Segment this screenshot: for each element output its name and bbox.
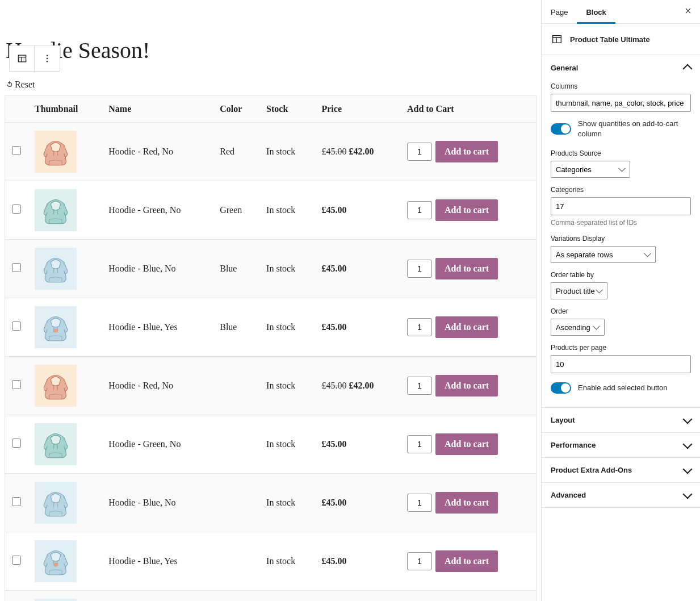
block-toolbar	[9, 45, 60, 72]
product-thumbnail[interactable]	[35, 540, 77, 582]
input-categories[interactable]	[551, 197, 691, 215]
product-name[interactable]: Hoodie - Green, No	[102, 181, 213, 240]
panel-advanced-header[interactable]: Advanced	[542, 483, 700, 507]
row-checkbox[interactable]	[12, 322, 21, 331]
label-enable-add-selected: Enable add selected button	[578, 383, 668, 393]
panel-layout-header[interactable]: Layout	[542, 408, 700, 432]
add-to-cart-button[interactable]: Add to cart	[435, 258, 498, 279]
product-name[interactable]: Hoodie - Red, No	[102, 123, 213, 181]
panel-performance-header[interactable]: Performance	[542, 433, 700, 457]
row-checkbox[interactable]	[12, 556, 21, 565]
toggle-enable-add-selected[interactable]	[551, 382, 571, 394]
product-name[interactable]: Hoodie - Blue, Yes	[102, 532, 213, 591]
close-sidebar-button[interactable]	[676, 6, 700, 18]
product-name[interactable]: Hoodie - Blue, No	[102, 240, 213, 298]
add-to-cart-button[interactable]: Add to cart	[435, 550, 498, 572]
toggle-show-quantities[interactable]	[551, 123, 571, 135]
product-thumbnail[interactable]	[35, 248, 77, 290]
label-categories: Categories	[551, 186, 691, 194]
panel-addons: Product Extra Add-Ons	[542, 458, 700, 483]
row-checkbox[interactable]	[12, 204, 21, 214]
col-color[interactable]: Color	[213, 96, 259, 123]
product-name[interactable]: Hoodie - Blue, Yes	[102, 298, 213, 357]
hoodie-icon	[35, 482, 77, 524]
col-thumbnail[interactable]: Thumbnail	[28, 96, 102, 123]
help-categories: Comma-separated list of IDs	[551, 219, 691, 227]
col-stock[interactable]: Stock	[259, 96, 315, 123]
product-color	[213, 415, 259, 474]
select-variations-display[interactable]	[551, 246, 656, 263]
product-thumbnail[interactable]	[35, 365, 77, 407]
product-thumbnail[interactable]	[35, 599, 77, 601]
add-to-cart-button[interactable]: Add to cart	[435, 492, 498, 514]
svg-point-1	[47, 58, 48, 59]
row-checkbox[interactable]	[12, 146, 21, 155]
editor-main: Hoodie Season! Reset Thumbnail Name Colo…	[0, 0, 541, 601]
add-to-cart-button[interactable]: Add to cart	[435, 316, 498, 338]
panel-addons-header[interactable]: Product Extra Add-Ons	[542, 458, 700, 482]
hoodie-icon	[35, 131, 77, 173]
settings-sidebar: Page Block Product Table Ultimate Genera…	[541, 0, 700, 601]
col-cart[interactable]: Add to Cart	[400, 96, 536, 123]
block-options-button[interactable]	[35, 46, 60, 71]
input-per-page[interactable]	[551, 355, 691, 373]
quantity-input[interactable]	[407, 552, 432, 570]
table-row: Hoodie - Blue, No Blue In stock £45.00 A…	[5, 240, 536, 298]
product-stock: In stock	[259, 532, 315, 591]
table-row: Hoodie - Blue, Yes In stock £45.00 Add t…	[5, 532, 536, 591]
quantity-input[interactable]	[407, 377, 432, 395]
block-type-label: Product Table Ultimate	[570, 35, 650, 44]
panel-general-header[interactable]: General	[542, 55, 700, 80]
product-name[interactable]: Hoodie - Blue, No	[102, 474, 213, 532]
col-price[interactable]: Price	[315, 96, 400, 123]
quantity-input[interactable]	[407, 435, 432, 453]
product-color: Red	[213, 123, 259, 181]
table-row: Hoodie - Green, No In stock £45.00 Add t…	[5, 415, 536, 474]
add-to-cart-button[interactable]: Add to cart	[435, 433, 498, 455]
reset-label: Reset	[15, 80, 35, 90]
hoodie-icon	[35, 540, 77, 582]
table-row: Hoodie - Green, No Green In stock £45.00…	[5, 181, 536, 240]
add-to-cart-button[interactable]: Add to cart	[435, 141, 498, 162]
row-checkbox[interactable]	[12, 380, 21, 389]
select-products-source[interactable]	[551, 161, 630, 178]
table-row: Hoodie - Red, No Red In stock £45.00£42.…	[5, 123, 536, 181]
block-type-button[interactable]	[10, 46, 35, 71]
quantity-input[interactable]	[407, 318, 432, 336]
label-per-page: Products per page	[551, 344, 691, 352]
quantity-input[interactable]	[407, 143, 432, 161]
tab-page[interactable]: Page	[542, 0, 577, 23]
product-thumbnail[interactable]	[35, 306, 77, 348]
add-to-cart-button[interactable]: Add to cart	[435, 375, 498, 397]
panel-general: General Columns Show quantities on add-t…	[542, 55, 700, 408]
label-order-by: Order table by	[551, 271, 691, 279]
chevron-down-icon	[683, 439, 693, 449]
select-order-by[interactable]	[551, 282, 607, 299]
label-variations: Variations Display	[551, 235, 691, 243]
reset-button[interactable]: Reset	[0, 77, 541, 95]
tab-block[interactable]: Block	[577, 0, 615, 24]
hoodie-icon	[35, 189, 77, 231]
panel-performance: Performance	[542, 433, 700, 458]
product-name[interactable]: Hoodie - Green, No	[102, 415, 213, 474]
product-name[interactable]: Hoodie - Red, No	[102, 357, 213, 415]
add-to-cart-button[interactable]: Add to cart	[435, 199, 498, 221]
product-thumbnail[interactable]	[35, 189, 77, 231]
product-price: £45.00	[315, 532, 400, 591]
col-name[interactable]: Name	[102, 96, 213, 123]
hoodie-icon	[35, 306, 77, 348]
row-checkbox[interactable]	[12, 263, 21, 272]
product-thumbnail[interactable]	[35, 482, 77, 524]
block-type-header: Product Table Ultimate	[542, 24, 700, 55]
select-order[interactable]	[551, 319, 605, 336]
panel-layout: Layout	[542, 408, 700, 433]
product-price: £45.00	[315, 415, 400, 474]
row-checkbox[interactable]	[12, 497, 21, 506]
product-thumbnail[interactable]	[35, 131, 77, 173]
quantity-input[interactable]	[407, 201, 432, 219]
quantity-input[interactable]	[407, 494, 432, 512]
row-checkbox[interactable]	[12, 439, 21, 448]
product-thumbnail[interactable]	[35, 423, 77, 465]
quantity-input[interactable]	[407, 260, 432, 278]
input-columns[interactable]	[551, 94, 691, 112]
